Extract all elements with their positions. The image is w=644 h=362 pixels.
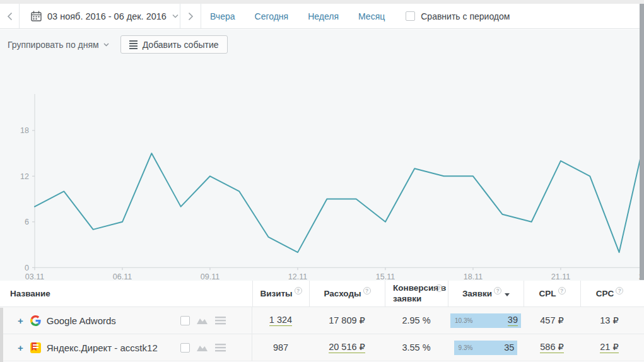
- table-row-yandex-direct: + Яндекс.Директ - accstk12 987 20 516 ₽ …: [0, 334, 644, 361]
- conversion-value: 2.95 %: [402, 315, 430, 325]
- table-row-google-adwords: + Google Adwords 1 324 17 809 ₽ 2.95 %: [0, 307, 644, 334]
- conversion-value: 3.55 %: [402, 342, 430, 353]
- group-by-dropdown[interactable]: Группировать по дням: [8, 36, 109, 54]
- area-chart-icon[interactable]: [197, 343, 208, 352]
- add-event-button[interactable]: Добавить событие: [120, 35, 228, 54]
- column-header-leads[interactable]: Заявки?: [448, 281, 524, 307]
- help-icon[interactable]: ?: [363, 287, 371, 295]
- quick-period-links: Вчера Сегодня Неделя Месяц: [210, 11, 404, 21]
- chevron-down-icon: [103, 43, 109, 47]
- expand-row-button[interactable]: +: [18, 315, 23, 326]
- chevron-right-icon: [188, 12, 194, 21]
- column-header-conversion[interactable]: Конверсия взаявки ?: [385, 281, 448, 307]
- table-left-scrollbar[interactable]: [0, 308, 3, 362]
- column-header-visits[interactable]: Визиты?: [252, 281, 309, 307]
- compare-period-label: Сравнить с периодом: [421, 11, 510, 21]
- column-header-name[interactable]: Название: [0, 281, 252, 307]
- cpc-value[interactable]: 21 ₽: [600, 342, 618, 353]
- topbar: 03 нояб. 2016 - 06 дек. 2016 Вчера Сегод…: [0, 4, 644, 29]
- link-month[interactable]: Месяц: [358, 11, 385, 21]
- channels-table: Название Визиты? Расходы? Конверсия взая…: [0, 281, 644, 361]
- row-checkbox[interactable]: [180, 343, 190, 353]
- date-range-picker[interactable]: 03 нояб. 2016 - 06 дек. 2016: [20, 4, 180, 29]
- table-header-row: Название Визиты? Расходы? Конверсия взая…: [0, 281, 644, 307]
- leads-share-label: 10.3%: [455, 317, 472, 324]
- chart-toolbar: Группировать по дням Добавить событие: [8, 35, 228, 54]
- chart-panel: Группировать по дням Добавить событие 06…: [0, 30, 644, 281]
- sort-desc-icon[interactable]: [505, 293, 510, 296]
- expand-row-button[interactable]: +: [18, 342, 23, 353]
- analytics-dashboard: 03 нояб. 2016 - 06 дек. 2016 Вчера Сегод…: [0, 0, 644, 362]
- column-header-cpl[interactable]: CPL?: [524, 281, 580, 307]
- leads-value: 35: [504, 342, 514, 353]
- column-header-cpc[interactable]: CPC?: [580, 281, 638, 307]
- leads-share-bar: 10.3% 39: [450, 313, 521, 328]
- link-today[interactable]: Сегодня: [255, 11, 289, 21]
- cpc-value: 13 ₽: [600, 315, 618, 325]
- group-by-label: Группировать по дням: [8, 40, 99, 50]
- channel-name[interactable]: Яндекс.Директ - accstk12: [47, 342, 158, 353]
- divider: [201, 4, 201, 29]
- help-icon[interactable]: ?: [558, 287, 566, 295]
- help-icon[interactable]: ?: [435, 284, 443, 292]
- compare-period-control[interactable]: Сравнить с периодом: [406, 11, 510, 21]
- help-icon[interactable]: ?: [295, 287, 302, 295]
- yandex-direct-icon: [30, 342, 41, 353]
- add-event-label: Добавить событие: [143, 40, 219, 50]
- list-icon[interactable]: [215, 317, 226, 325]
- leads-value[interactable]: 39: [508, 315, 518, 326]
- help-icon[interactable]: ?: [494, 287, 501, 295]
- cpl-value[interactable]: 586 ₽: [540, 342, 563, 353]
- channel-name[interactable]: Google Adwords: [47, 315, 116, 326]
- compare-period-checkbox[interactable]: [406, 11, 415, 21]
- list-icon: [129, 40, 138, 49]
- list-icon[interactable]: [215, 344, 226, 352]
- chevron-down-icon: [172, 14, 179, 18]
- svg-text:12: 12: [20, 172, 29, 181]
- cpl-value: 457 ₽: [540, 315, 563, 325]
- date-range-label: 03 нояб. 2016 - 06 дек. 2016: [47, 11, 167, 21]
- vertical-scrollbar[interactable]: [640, 4, 644, 280]
- svg-text:0: 0: [25, 264, 29, 272]
- visits-value: 987: [273, 342, 288, 353]
- help-icon[interactable]: ?: [616, 287, 623, 295]
- costs-value: 17 809 ₽: [329, 315, 365, 325]
- row-checkbox[interactable]: [180, 316, 190, 325]
- visits-value[interactable]: 1 324: [269, 315, 292, 326]
- area-chart-icon[interactable]: [197, 316, 208, 325]
- prev-period-button[interactable]: [0, 4, 19, 29]
- link-week[interactable]: Неделя: [308, 11, 339, 21]
- svg-text:18: 18: [20, 126, 29, 135]
- leads-share-bar: 9.3% 35: [454, 341, 518, 355]
- costs-value[interactable]: 20 516 ₽: [329, 342, 365, 353]
- svg-text:6: 6: [25, 218, 29, 226]
- next-period-button[interactable]: [180, 4, 201, 29]
- leads-share-label: 9.3%: [459, 344, 473, 351]
- column-header-costs[interactable]: Расходы?: [309, 281, 385, 307]
- calendar-icon: [31, 11, 42, 21]
- google-icon: [30, 315, 41, 326]
- link-yesterday[interactable]: Вчера: [210, 11, 235, 21]
- leads-line-chart[interactable]: 06121803.1106.1109.1112.1115.1118.1121.1…: [0, 85, 644, 293]
- chevron-left-icon: [7, 12, 13, 21]
